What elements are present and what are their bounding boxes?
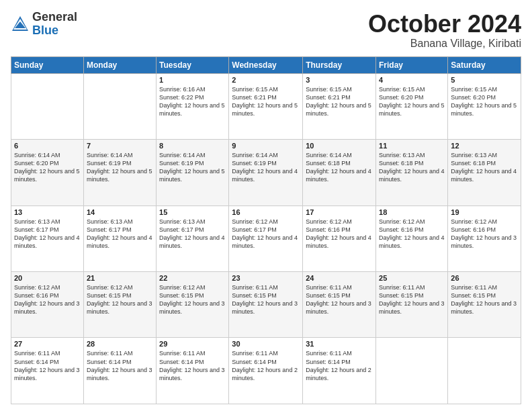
day-number-9: 9 xyxy=(232,142,300,150)
cell-2-6: 19Sunrise: 6:12 AM Sunset: 6:16 PM Dayli… xyxy=(448,205,521,271)
day-info-8: Sunrise: 6:14 AM Sunset: 6:19 PM Dayligh… xyxy=(159,151,226,184)
week-row-1: 6Sunrise: 6:14 AM Sunset: 6:20 PM Daylig… xyxy=(11,140,521,205)
day-number-13: 13 xyxy=(14,208,81,216)
cell-4-4: 31Sunrise: 6:11 AM Sunset: 6:14 PM Dayli… xyxy=(303,338,376,404)
day-number-5: 5 xyxy=(451,76,518,84)
logo-text: General Blue xyxy=(32,11,77,38)
day-info-30: Sunrise: 6:11 AM Sunset: 6:14 PM Dayligh… xyxy=(232,349,300,382)
day-number-27: 27 xyxy=(14,340,81,348)
month-title: October 2024 xyxy=(368,11,521,38)
cell-0-1 xyxy=(83,73,156,139)
cell-3-3: 23Sunrise: 6:11 AM Sunset: 6:15 PM Dayli… xyxy=(229,272,303,338)
day-info-1: Sunrise: 6:16 AM Sunset: 6:22 PM Dayligh… xyxy=(159,85,226,118)
generalblue-logo-icon xyxy=(11,15,30,34)
day-number-21: 21 xyxy=(87,274,153,282)
day-number-16: 16 xyxy=(232,208,300,216)
cell-1-2: 8Sunrise: 6:14 AM Sunset: 6:19 PM Daylig… xyxy=(157,140,229,205)
header-saturday: Saturday xyxy=(448,56,521,73)
day-number-15: 15 xyxy=(159,208,226,216)
day-number-24: 24 xyxy=(306,274,373,282)
day-number-28: 28 xyxy=(87,340,153,348)
day-number-2: 2 xyxy=(232,76,300,84)
cell-4-0: 27Sunrise: 6:11 AM Sunset: 6:14 PM Dayli… xyxy=(11,338,84,404)
day-info-31: Sunrise: 6:11 AM Sunset: 6:14 PM Dayligh… xyxy=(306,349,373,382)
cell-0-5: 4Sunrise: 6:15 AM Sunset: 6:20 PM Daylig… xyxy=(376,73,448,139)
day-info-25: Sunrise: 6:11 AM Sunset: 6:15 PM Dayligh… xyxy=(379,283,445,316)
cell-3-4: 24Sunrise: 6:11 AM Sunset: 6:15 PM Dayli… xyxy=(303,272,376,338)
cell-2-2: 15Sunrise: 6:13 AM Sunset: 6:17 PM Dayli… xyxy=(157,205,229,271)
cell-2-1: 14Sunrise: 6:13 AM Sunset: 6:17 PM Dayli… xyxy=(83,205,156,271)
day-info-2: Sunrise: 6:15 AM Sunset: 6:21 PM Dayligh… xyxy=(232,85,300,118)
cell-3-6: 26Sunrise: 6:11 AM Sunset: 6:15 PM Dayli… xyxy=(448,272,521,338)
day-number-1: 1 xyxy=(159,76,226,84)
page: General Blue October 2024 Banana Village… xyxy=(0,0,532,411)
day-info-5: Sunrise: 6:15 AM Sunset: 6:20 PM Dayligh… xyxy=(451,85,518,118)
day-number-8: 8 xyxy=(159,142,226,150)
cell-0-2: 1Sunrise: 6:16 AM Sunset: 6:22 PM Daylig… xyxy=(157,73,229,139)
day-number-18: 18 xyxy=(379,208,445,216)
day-info-27: Sunrise: 6:11 AM Sunset: 6:14 PM Dayligh… xyxy=(14,349,81,382)
location-title: Banana Village, Kiribati xyxy=(368,38,521,50)
day-number-3: 3 xyxy=(306,76,373,84)
header: General Blue October 2024 Banana Village… xyxy=(11,11,521,50)
cell-1-1: 7Sunrise: 6:14 AM Sunset: 6:19 PM Daylig… xyxy=(83,140,156,205)
cell-1-6: 12Sunrise: 6:13 AM Sunset: 6:18 PM Dayli… xyxy=(448,140,521,205)
day-info-10: Sunrise: 6:14 AM Sunset: 6:18 PM Dayligh… xyxy=(306,151,373,184)
cell-2-4: 17Sunrise: 6:12 AM Sunset: 6:16 PM Dayli… xyxy=(303,205,376,271)
header-monday: Monday xyxy=(83,56,156,73)
cell-2-5: 18Sunrise: 6:12 AM Sunset: 6:16 PM Dayli… xyxy=(376,205,448,271)
header-thursday: Thursday xyxy=(303,56,376,73)
cell-4-6 xyxy=(448,338,521,404)
cell-0-3: 2Sunrise: 6:15 AM Sunset: 6:21 PM Daylig… xyxy=(229,73,303,139)
day-info-19: Sunrise: 6:12 AM Sunset: 6:16 PM Dayligh… xyxy=(451,218,518,250)
day-info-21: Sunrise: 6:12 AM Sunset: 6:15 PM Dayligh… xyxy=(87,283,153,316)
day-info-24: Sunrise: 6:11 AM Sunset: 6:15 PM Dayligh… xyxy=(306,283,373,316)
cell-1-4: 10Sunrise: 6:14 AM Sunset: 6:18 PM Dayli… xyxy=(303,140,376,205)
logo-blue: Blue xyxy=(32,24,58,37)
day-info-22: Sunrise: 6:12 AM Sunset: 6:15 PM Dayligh… xyxy=(159,283,226,316)
day-info-20: Sunrise: 6:12 AM Sunset: 6:16 PM Dayligh… xyxy=(14,283,81,316)
day-info-26: Sunrise: 6:11 AM Sunset: 6:15 PM Dayligh… xyxy=(451,283,518,316)
day-info-18: Sunrise: 6:12 AM Sunset: 6:16 PM Dayligh… xyxy=(379,218,445,250)
day-number-11: 11 xyxy=(379,142,445,150)
day-info-28: Sunrise: 6:11 AM Sunset: 6:14 PM Dayligh… xyxy=(87,349,153,382)
days-header-row: Sunday Monday Tuesday Wednesday Thursday… xyxy=(11,56,521,73)
day-info-17: Sunrise: 6:12 AM Sunset: 6:16 PM Dayligh… xyxy=(306,218,373,250)
day-number-22: 22 xyxy=(159,274,226,282)
day-info-23: Sunrise: 6:11 AM Sunset: 6:15 PM Dayligh… xyxy=(232,283,300,316)
day-number-26: 26 xyxy=(451,274,518,282)
day-info-11: Sunrise: 6:13 AM Sunset: 6:18 PM Dayligh… xyxy=(379,151,445,184)
logo-general: General xyxy=(32,10,77,24)
day-number-19: 19 xyxy=(451,208,518,216)
day-number-20: 20 xyxy=(14,274,81,282)
day-number-6: 6 xyxy=(14,142,81,150)
calendar-table: Sunday Monday Tuesday Wednesday Thursday… xyxy=(11,56,521,404)
day-info-4: Sunrise: 6:15 AM Sunset: 6:20 PM Dayligh… xyxy=(379,85,445,118)
cell-4-2: 29Sunrise: 6:11 AM Sunset: 6:14 PM Dayli… xyxy=(157,338,229,404)
cell-3-0: 20Sunrise: 6:12 AM Sunset: 6:16 PM Dayli… xyxy=(11,272,84,338)
cell-4-1: 28Sunrise: 6:11 AM Sunset: 6:14 PM Dayli… xyxy=(83,338,156,404)
cell-4-5 xyxy=(376,338,448,404)
header-tuesday: Tuesday xyxy=(157,56,229,73)
day-info-7: Sunrise: 6:14 AM Sunset: 6:19 PM Dayligh… xyxy=(87,151,153,184)
day-info-14: Sunrise: 6:13 AM Sunset: 6:17 PM Dayligh… xyxy=(87,218,153,250)
day-number-7: 7 xyxy=(87,142,153,150)
day-info-16: Sunrise: 6:12 AM Sunset: 6:17 PM Dayligh… xyxy=(232,218,300,250)
cell-1-3: 9Sunrise: 6:14 AM Sunset: 6:19 PM Daylig… xyxy=(229,140,303,205)
day-number-25: 25 xyxy=(379,274,445,282)
day-number-14: 14 xyxy=(87,208,153,216)
logo: General Blue xyxy=(11,11,77,38)
day-number-10: 10 xyxy=(306,142,373,150)
cell-0-4: 3Sunrise: 6:15 AM Sunset: 6:21 PM Daylig… xyxy=(303,73,376,139)
cell-4-3: 30Sunrise: 6:11 AM Sunset: 6:14 PM Dayli… xyxy=(229,338,303,404)
day-info-12: Sunrise: 6:13 AM Sunset: 6:18 PM Dayligh… xyxy=(451,151,518,184)
header-friday: Friday xyxy=(376,56,448,73)
day-info-29: Sunrise: 6:11 AM Sunset: 6:14 PM Dayligh… xyxy=(159,349,226,382)
cell-2-3: 16Sunrise: 6:12 AM Sunset: 6:17 PM Dayli… xyxy=(229,205,303,271)
cell-1-0: 6Sunrise: 6:14 AM Sunset: 6:20 PM Daylig… xyxy=(11,140,84,205)
day-info-15: Sunrise: 6:13 AM Sunset: 6:17 PM Dayligh… xyxy=(159,218,226,250)
day-info-6: Sunrise: 6:14 AM Sunset: 6:20 PM Dayligh… xyxy=(14,151,81,184)
day-number-4: 4 xyxy=(379,76,445,84)
day-number-31: 31 xyxy=(306,340,373,348)
cell-0-6: 5Sunrise: 6:15 AM Sunset: 6:20 PM Daylig… xyxy=(448,73,521,139)
